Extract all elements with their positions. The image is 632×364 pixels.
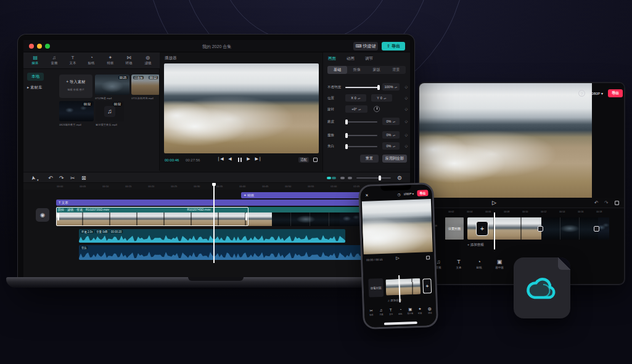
subtab-basic[interactable]: 基础 (327, 66, 347, 74)
transition-marker-1[interactable] (538, 226, 543, 232)
media-tab-文本[interactable]: T文本 (69, 55, 76, 66)
subtab-background[interactable]: 背景 (386, 66, 406, 74)
keyframe-icon[interactable]: ◇ (404, 107, 408, 111)
toolbar-文本[interactable]: T文本 (386, 307, 396, 316)
split-icon[interactable]: ✂ (70, 174, 75, 182)
keyframe-icon[interactable]: ◇ (404, 84, 408, 89)
tab-adjust[interactable]: 调节 (365, 56, 373, 62)
keyframe-icon[interactable]: ◇ (404, 95, 408, 100)
timeline-playhead[interactable] (213, 183, 215, 263)
fullscreen-icon[interactable] (615, 201, 619, 205)
apply-to-all-button[interactable]: 应用到全部 (382, 155, 407, 163)
opacity-value[interactable]: 100%▴▾ (382, 83, 400, 91)
toolbar-特效[interactable]: ✦特效 (415, 307, 425, 315)
resolution-dropdown[interactable]: 1080P ▾ (589, 91, 603, 95)
play-icon[interactable]: ▷ (492, 200, 496, 206)
text-track-bar[interactable]: T 文本 (56, 200, 363, 206)
export-button[interactable]: ⇧ 导出 (382, 42, 405, 51)
tab-picture[interactable]: 画面 (328, 56, 336, 62)
whiten-slider[interactable] (345, 146, 377, 147)
help-icon[interactable]: ? (578, 90, 585, 97)
timeline-settings-gear-icon[interactable]: ⚙ (397, 174, 402, 182)
snap-toggle[interactable] (348, 177, 352, 179)
fullscreen-icon[interactable] (426, 256, 430, 259)
timeline-zoom-slider[interactable] (356, 177, 391, 179)
position-y-input[interactable]: Y0▴▾ (371, 94, 392, 102)
position-x-input[interactable]: X0▴▾ (345, 94, 366, 102)
cloud-sync-card[interactable] (514, 257, 570, 318)
play-icon[interactable]: ▷ (396, 256, 400, 261)
rotation-value[interactable]: +0°▴▾ (345, 105, 367, 113)
subtab-cutout[interactable]: 抠像 (347, 66, 367, 74)
add-clip-button[interactable]: + (476, 221, 488, 236)
smooth-slider[interactable] (345, 121, 377, 123)
close-icon[interactable]: × (365, 193, 368, 198)
clip-segment-2[interactable] (541, 217, 598, 240)
toolbar-画中画[interactable]: ▣画中画 (491, 258, 507, 269)
media-tab-特效[interactable]: ✦特效 (107, 55, 114, 66)
add-audio-button[interactable]: + 添加音频 (467, 243, 484, 247)
step-back-icon[interactable]: ◀ (226, 156, 234, 161)
toolbar-剪辑[interactable]: ✂剪辑 (366, 308, 376, 317)
shortcuts-button[interactable]: ⌨ 快捷键 (353, 42, 378, 51)
media-tab-音频[interactable]: ♫音频 (51, 55, 58, 66)
set-cover-button[interactable]: 设置封面 (445, 217, 464, 240)
subtab-mask[interactable]: 蒙版 (367, 66, 387, 74)
keyframe-icon[interactable]: ◇ (404, 144, 408, 148)
smooth-value[interactable]: 0%▴▾ (382, 118, 400, 125)
opacity-slider[interactable] (345, 87, 380, 88)
resolution-dropdown[interactable]: 1080P ▾ (403, 192, 414, 196)
selected-clip-outline[interactable] (56, 207, 248, 226)
fullscreen-icon[interactable] (313, 158, 318, 162)
set-cover-button[interactable]: 设置封面 (368, 278, 384, 297)
add-clip-button[interactable]: + (422, 278, 432, 293)
media-item-night[interactable]: 00:32 (59, 101, 94, 121)
keyframe-icon[interactable]: ◇ (404, 119, 408, 123)
preview-axis-toggle[interactable] (327, 177, 331, 179)
media-tab-滤镜[interactable]: ◍滤镜 (144, 55, 152, 66)
phone-clip-strip[interactable] (385, 278, 421, 296)
tab-animation[interactable]: 动画 (347, 56, 355, 62)
trim-handle-left[interactable] (57, 213, 59, 220)
slim-value[interactable]: 0%▴▾ (382, 131, 400, 139)
undo-icon[interactable]: ↶ (48, 174, 53, 182)
toolbar-画中画[interactable]: ▣画中画 (405, 307, 415, 315)
redo-icon[interactable]: ↷ (604, 200, 609, 206)
keyframe-icon[interactable]: ◇ (404, 132, 408, 137)
toolbar-贴纸[interactable]: ◔贴纸 (395, 307, 405, 316)
prev-clip-icon[interactable]: ❘◀ (216, 156, 224, 161)
fit-mode-dropdown[interactable]: 适配 (298, 157, 309, 163)
reset-button[interactable]: 重置 (360, 155, 379, 163)
pause-icon[interactable] (238, 158, 242, 162)
audio-track-2[interactable]: 音乐 (79, 245, 369, 260)
step-forward-icon[interactable]: ▶ (245, 156, 252, 161)
redo-icon[interactable]: ↷ (59, 174, 64, 182)
slim-slider[interactable] (345, 135, 377, 136)
undo-icon[interactable]: ↶ (594, 200, 599, 206)
media-tab-转场[interactable]: ⋈转场 (125, 55, 133, 66)
rotation-dial[interactable] (374, 106, 380, 112)
sidebar-item-local[interactable]: 本地 (27, 73, 44, 81)
video-clip-frames-2[interactable] (272, 212, 340, 226)
whiten-value[interactable]: 0%▴▾ (382, 142, 400, 150)
toolbar-文本[interactable]: T文本 (451, 258, 467, 269)
media-item-river[interactable]: 已添加 00:12 (131, 75, 160, 95)
next-clip-icon[interactable]: ▶❘ (255, 156, 262, 161)
sidebar-item-library[interactable]: ▸ 素材库 (27, 85, 43, 91)
toolbar-贴纸[interactable]: ◔贴纸 (471, 258, 487, 269)
transition-marker-2[interactable] (594, 226, 599, 232)
media-item-audio[interactable]: ♫ 00:32 (96, 101, 124, 121)
export-button[interactable]: 导出 (417, 190, 428, 196)
audio-track-1[interactable]: 变速 2.0x音量 0dB00:00:20 (79, 229, 345, 243)
preview-axis-toggle2[interactable] (332, 177, 336, 179)
export-button[interactable]: 导出 (608, 89, 623, 97)
draft-clock-icon[interactable]: ◷ (397, 192, 400, 196)
media-tab-媒体[interactable]: ▤媒体 (31, 55, 39, 66)
link-toggle[interactable] (340, 177, 345, 179)
media-item-tunnel[interactable]: 00:25 (95, 75, 129, 95)
timeline-ruler[interactable]: 00:0000:0500:1000:1500:2000:2500:3000:35… (23, 183, 410, 190)
home-indicator[interactable] (384, 322, 417, 325)
delete-icon[interactable]: ⊠ (81, 174, 86, 182)
trim-handle-right[interactable] (245, 213, 247, 220)
select-tool-icon[interactable]: ➤ (29, 175, 37, 181)
